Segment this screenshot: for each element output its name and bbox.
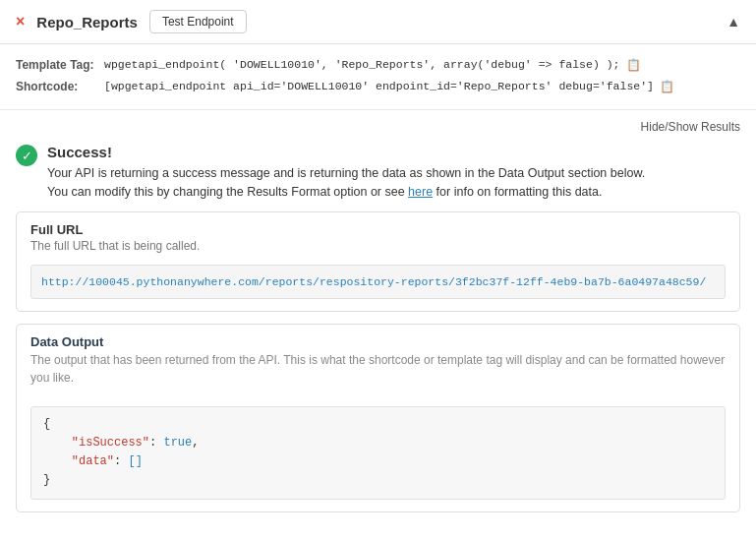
code-key-issuccess: "isSuccess": [72, 436, 149, 450]
shortcode-row: Shortcode: [wpgetapi_endpoint api_id='DO…: [16, 78, 740, 95]
full-url-card-header: Full URL The full URL that is being call…: [17, 212, 739, 257]
full-url-card-body: http://100045.pythonanywhere.com/reports…: [17, 257, 739, 311]
template-tag-label: Template Tag:: [16, 56, 104, 74]
header-left: × Repo_Reports Test Endpoint: [16, 10, 247, 33]
data-output-desc: The output that has been returned from t…: [30, 351, 726, 387]
success-check-icon: ✓: [16, 145, 37, 166]
code-line-3: "data": []: [43, 452, 713, 471]
code-line-4: }: [43, 471, 713, 490]
template-tag-value: wpgetapi_endpoint( 'DOWELL10010', 'Repo_…: [104, 56, 620, 73]
code-line-1: {: [43, 415, 713, 434]
success-desc-2: You can modify this by changing the Resu…: [47, 185, 408, 199]
full-url-desc: The full URL that is being called.: [30, 239, 726, 253]
success-text-block: Success! Your API is returning a success…: [47, 144, 645, 202]
success-banner: ✓ Success! Your API is returning a succe…: [16, 144, 740, 202]
here-link[interactable]: here: [408, 185, 433, 199]
data-output-title: Data Output: [30, 334, 726, 349]
full-url-card: Full URL The full URL that is being call…: [16, 211, 740, 312]
code-val-data: []: [128, 454, 142, 468]
code-val-issuccess: true: [163, 436, 192, 450]
code-line-2: "isSuccess": true,: [43, 434, 713, 452]
template-tag-row: Template Tag: wpgetapi_endpoint( 'DOWELL…: [16, 56, 740, 74]
results-area: Hide/Show Results ✓ Success! Your API is…: [0, 110, 756, 512]
success-desc-1: Your API is returning a success message …: [47, 166, 645, 180]
shortcode-copy-icon[interactable]: 📋: [660, 78, 674, 95]
collapse-icon[interactable]: ▲: [727, 14, 740, 30]
close-icon[interactable]: ×: [16, 13, 25, 30]
code-block: { "isSuccess": true, "data": [] }: [30, 406, 726, 500]
success-title: Success!: [47, 144, 645, 160]
data-output-card-body: { "isSuccess": true, "data": [] }: [17, 391, 739, 511]
shortcode-label: Shortcode:: [16, 78, 104, 95]
full-url-title: Full URL: [30, 222, 726, 237]
test-endpoint-button[interactable]: Test Endpoint: [149, 10, 247, 33]
data-output-card: Data Output The output that has been ret…: [16, 324, 740, 512]
url-box[interactable]: http://100045.pythonanywhere.com/reports…: [30, 265, 726, 299]
template-copy-icon[interactable]: 📋: [626, 56, 641, 74]
header-bar: × Repo_Reports Test Endpoint ▲: [0, 0, 756, 44]
success-description: Your API is returning a success message …: [47, 164, 645, 202]
hide-show-row: Hide/Show Results: [16, 120, 740, 134]
data-output-card-header: Data Output The output that has been ret…: [17, 325, 739, 391]
tags-section: Template Tag: wpgetapi_endpoint( 'DOWELL…: [0, 44, 756, 110]
hide-show-link[interactable]: Hide/Show Results: [641, 120, 740, 134]
success-desc-3: for info on formatting this data.: [433, 185, 602, 199]
shortcode-value: [wpgetapi_endpoint api_id='DOWELL10010' …: [104, 78, 654, 94]
code-key-data: "data": [72, 454, 114, 468]
endpoint-title: Repo_Reports: [36, 14, 138, 30]
